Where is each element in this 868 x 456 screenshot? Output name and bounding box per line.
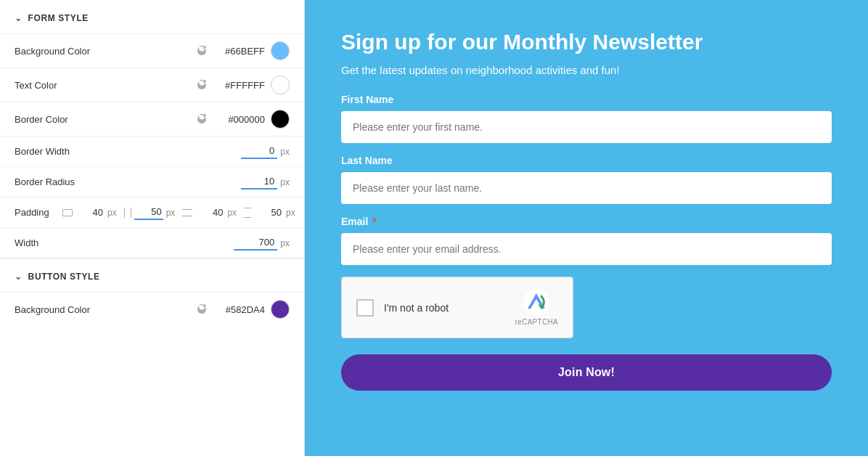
border-color-swatch[interactable] xyxy=(271,110,290,129)
padding-left-input[interactable] xyxy=(254,205,283,219)
padding-top-input[interactable] xyxy=(75,205,105,219)
text-color-hex: #FFFFFF xyxy=(214,80,265,91)
email-label: Email * xyxy=(341,216,832,227)
border-radius-row: Border Radius px xyxy=(0,166,304,197)
bg-color-refresh-icon[interactable] xyxy=(195,44,208,57)
width-input[interactable] xyxy=(234,235,277,251)
text-color-controls: #FFFFFF xyxy=(195,76,290,94)
recaptcha-label: reCAPTCHA xyxy=(515,318,558,326)
border-radius-input[interactable] xyxy=(241,174,277,190)
captcha-checkbox[interactable] xyxy=(356,299,374,317)
form-style-label: FORM STYLE xyxy=(28,13,89,23)
bg-color-hex: #66BEFF xyxy=(214,46,265,57)
bg-color-label: Background Color xyxy=(15,46,195,57)
padding-left-icon xyxy=(244,208,251,218)
width-row: Width px xyxy=(0,227,304,258)
email-required-star: * xyxy=(369,216,376,227)
padding-bottom-icon xyxy=(182,209,192,216)
button-style-label: BUTTON STYLE xyxy=(28,272,100,282)
btn-bg-color-hex: #582DA4 xyxy=(214,304,265,315)
newsletter-title: Sign up for our Monthly Newsletter xyxy=(341,29,832,55)
border-width-field: px xyxy=(241,144,290,159)
text-color-refresh-icon[interactable] xyxy=(195,78,208,91)
padding-top-unit: px xyxy=(107,208,117,218)
padding-group: px px px px xyxy=(62,205,295,220)
border-radius-field: px xyxy=(241,174,290,190)
email-input[interactable] xyxy=(341,233,832,265)
border-width-row: Border Width px xyxy=(0,136,304,166)
bg-color-row: Background Color #66BEFF xyxy=(0,33,304,68)
last-name-label: Last Name xyxy=(341,155,832,166)
btn-bg-color-refresh-icon[interactable] xyxy=(195,303,208,316)
right-panel: Sign up for our Monthly Newsletter Get t… xyxy=(305,0,868,456)
bg-color-controls: #66BEFF xyxy=(195,41,290,60)
last-name-input[interactable] xyxy=(341,172,832,204)
padding-label: Padding xyxy=(15,207,58,218)
first-name-label: First Name xyxy=(341,94,832,105)
form-style-chevron: ⌄ xyxy=(15,13,22,23)
padding-row: Padding px px px px xyxy=(0,197,304,227)
border-color-label: Border Color xyxy=(15,114,195,125)
join-now-button[interactable]: Join Now! xyxy=(341,354,832,391)
width-label: Width xyxy=(15,237,234,248)
padding-bottom-input[interactable] xyxy=(195,205,224,219)
newsletter-subtitle: Get the latest updates on neighborhood a… xyxy=(341,64,832,76)
text-color-row: Text Color #FFFFFF xyxy=(0,68,304,102)
padding-bottom-unit: px xyxy=(227,208,237,218)
padding-right-unit: px xyxy=(166,208,176,218)
border-color-row: Border Color #000000 xyxy=(0,102,304,136)
captcha-left: I'm not a robot xyxy=(356,299,449,317)
border-color-hex: #000000 xyxy=(214,114,265,125)
text-color-swatch[interactable] xyxy=(271,76,290,94)
btn-bg-color-label: Background Color xyxy=(15,304,195,315)
border-width-input[interactable] xyxy=(241,144,277,159)
width-unit: px xyxy=(280,238,290,248)
button-style-chevron: ⌄ xyxy=(15,272,22,282)
left-panel: ⌄ FORM STYLE Background Color #66BEFF Te… xyxy=(0,0,305,456)
captcha-box: I'm not a robot reCAPTCHA xyxy=(341,277,573,338)
border-color-controls: #000000 xyxy=(195,110,290,129)
btn-bg-color-swatch[interactable] xyxy=(271,300,290,319)
padding-top-icon xyxy=(62,209,73,216)
captcha-text: I'm not a robot xyxy=(384,302,449,314)
border-width-unit: px xyxy=(280,147,290,157)
btn-bg-color-controls: #582DA4 xyxy=(195,300,290,319)
width-field: px xyxy=(234,235,290,251)
recaptcha-logo-icon xyxy=(523,289,549,315)
bg-color-swatch[interactable] xyxy=(271,41,290,60)
border-color-refresh-icon[interactable] xyxy=(195,113,208,126)
button-style-header[interactable]: ⌄ BUTTON STYLE xyxy=(0,258,304,292)
padding-left-unit: px xyxy=(286,208,295,218)
captcha-right: reCAPTCHA xyxy=(515,289,558,326)
text-color-label: Text Color xyxy=(15,80,195,91)
btn-bg-color-row: Background Color #582DA4 xyxy=(0,292,304,326)
border-width-label: Border Width xyxy=(15,146,241,157)
border-radius-label: Border Radius xyxy=(15,176,241,187)
padding-right-icon xyxy=(124,208,131,218)
border-radius-unit: px xyxy=(280,177,290,187)
form-style-header[interactable]: ⌄ FORM STYLE xyxy=(0,0,304,33)
padding-right-input[interactable] xyxy=(134,205,163,220)
first-name-input[interactable] xyxy=(341,111,832,143)
